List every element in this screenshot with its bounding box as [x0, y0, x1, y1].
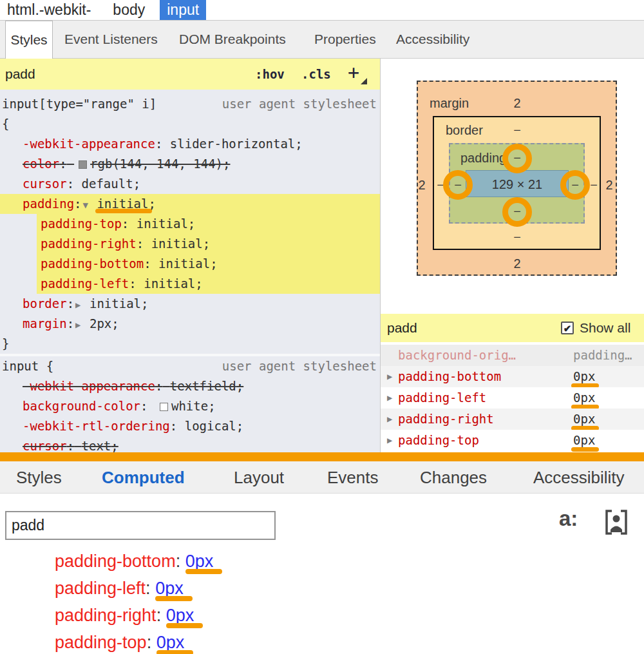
bottom-tab-accessibility[interactable]: Accessibility	[533, 461, 625, 494]
font-rendering-icon[interactable]: a:	[559, 506, 578, 531]
styles-filter-input[interactable]: padd	[5, 59, 35, 90]
property-value[interactable]: initial	[90, 296, 141, 311]
semicolon: ;	[223, 157, 230, 171]
expand-arrow-icon[interactable]: ▶	[386, 366, 393, 387]
expand-arrow-icon[interactable]: ▶	[386, 430, 393, 451]
bottom-tab-events[interactable]: Events	[327, 461, 379, 494]
computed-property-value: 0px	[573, 387, 595, 409]
breadcrumb-item-body[interactable]: body	[106, 0, 152, 20]
element-classes-button[interactable]: .cls	[301, 59, 331, 90]
accessibility-person-icon[interactable]	[603, 508, 630, 540]
colon: :	[67, 177, 74, 191]
bottom-tab-layout[interactable]: Layout	[234, 461, 284, 494]
filtered-property-padding-left: padding-left: 0px	[55, 575, 213, 602]
property-value[interactable]: 0px	[185, 552, 214, 571]
rule-selector[interactable]: input[type="range" i]	[2, 97, 156, 111]
property-value[interactable]: 2px	[90, 316, 111, 331]
box-model-margin-top-value[interactable]: 2	[504, 96, 530, 110]
computed-search-input[interactable]	[5, 511, 276, 540]
computed-property-value: padding…	[573, 345, 632, 366]
property-name[interactable]: cursor	[23, 177, 67, 191]
bottom-tab-changes[interactable]: Changes	[420, 461, 487, 494]
declaration-webkit-rtl-ordering: -webkit-rtl-ordering: logical;	[0, 416, 380, 436]
breadcrumb-item-html-webkit[interactable]: html.-webkit-	[0, 0, 98, 20]
annotation-circle-padding-left	[443, 170, 473, 200]
computed-property-value: 0px	[573, 409, 595, 430]
property-name[interactable]: background-color	[23, 399, 140, 413]
property-value[interactable]: 0px	[156, 633, 185, 652]
property-name[interactable]: -webkit-rtl-ordering	[23, 419, 170, 433]
color-swatch[interactable]	[160, 403, 168, 411]
rule-selector[interactable]: input {	[2, 359, 53, 373]
property-name[interactable]: border	[23, 296, 67, 311]
stylesheet-origin: user agent stylesheet	[222, 356, 377, 376]
expand-arrow-icon[interactable]: ▶	[386, 409, 393, 430]
new-style-rule-dropdown-icon[interactable]	[361, 78, 367, 84]
property-name[interactable]: padding	[23, 197, 74, 211]
expand-arrow-icon[interactable]: ▶	[386, 387, 393, 409]
struck-declaration: color: rgb(144, 144, 144);	[23, 157, 230, 171]
css-rule-input: input {user agent stylesheet-webkit-appe…	[0, 356, 380, 453]
property-name[interactable]: padding-top	[41, 216, 122, 231]
property-name[interactable]: padding-left	[41, 276, 129, 291]
property-name[interactable]: padding-bottom	[41, 256, 144, 271]
filtered-property-padding-right: padding-right: 0px	[55, 602, 213, 629]
property-name[interactable]: cursor	[23, 439, 67, 453]
property-value[interactable]: initial	[158, 256, 210, 271]
breadcrumb-item-input[interactable]: input	[160, 0, 206, 20]
struck-declaration: cursor: text;	[23, 439, 118, 453]
property-name[interactable]: -webkit-appearance	[23, 379, 155, 393]
property-value[interactable]: 0px	[166, 606, 194, 625]
show-all-label[interactable]: Show all	[580, 314, 630, 342]
expand-arrow-icon[interactable]: ▶	[74, 300, 82, 310]
property-value[interactable]: white	[171, 399, 208, 413]
box-model-margin-label: margin	[430, 96, 469, 110]
collapse-arrow-icon[interactable]: ▼	[82, 200, 90, 210]
computed-row-background-orig: background-orig…padding…	[381, 345, 644, 366]
bottom-tab-computed[interactable]: Computed	[102, 461, 185, 494]
colon: :	[129, 276, 136, 291]
tab-properties[interactable]: Properties	[314, 21, 376, 58]
bottom-tab-styles[interactable]: Styles	[16, 461, 62, 494]
box-model-border-top-value[interactable]: −	[504, 123, 530, 137]
toggle-hover-state-button[interactable]: :hov	[255, 59, 285, 90]
property-value[interactable]: textfield	[170, 379, 236, 393]
property-value[interactable]: initial	[144, 276, 195, 291]
property-value[interactable]: initial	[137, 216, 188, 231]
property-value[interactable]: slider-horizontal	[170, 137, 295, 151]
box-model-margin-right-value[interactable]: 2	[596, 178, 622, 192]
expand-arrow-icon[interactable]: ▶	[74, 320, 82, 330]
property-name[interactable]: color	[23, 157, 59, 171]
tab-styles[interactable]: Styles	[5, 21, 53, 59]
property-name[interactable]: margin	[23, 316, 67, 331]
tab-dom-breakpoints[interactable]: DOM Breakpoints	[179, 21, 286, 58]
property-value[interactable]: initial	[97, 197, 148, 211]
tab-event-listeners[interactable]: Event Listeners	[64, 21, 158, 58]
box-model-border-bottom-value[interactable]: −	[504, 230, 530, 244]
property-value[interactable]: 0px	[155, 579, 184, 598]
property-value[interactable]: initial	[151, 236, 203, 251]
property-name[interactable]: padding-right	[41, 236, 137, 251]
colon: :	[147, 633, 156, 652]
open-brace: {	[0, 114, 380, 134]
property-value[interactable]: default	[82, 177, 133, 191]
show-all-checkbox[interactable]	[561, 322, 574, 334]
filtered-property-padding-bottom: padding-bottom: 0px	[55, 548, 213, 575]
box-model-border-label: border	[446, 123, 483, 137]
colon: :	[122, 216, 129, 231]
computed-property-value: 0px	[573, 430, 595, 451]
new-style-rule-button[interactable]: +	[348, 59, 359, 87]
computed-filtered-properties: padding-bottom: 0pxpadding-left: 0pxpadd…	[55, 548, 213, 654]
property-value[interactable]: logical	[185, 419, 236, 433]
bottom-panel-tabs: StylesComputedLayoutEventsChangesAccessi…	[0, 461, 644, 494]
property-value[interactable]: rgb(144, 144, 144)	[90, 157, 223, 171]
box-model-margin-bottom-value[interactable]: 2	[504, 256, 530, 271]
computed-filter-input[interactable]: padd	[387, 314, 417, 342]
tab-accessibility[interactable]: Accessibility	[396, 21, 469, 58]
box-model-content-size[interactable]: 129 × 21	[466, 170, 569, 197]
color-swatch[interactable]	[79, 160, 87, 169]
property-name[interactable]: -webkit-appearance	[23, 137, 155, 151]
colon: :	[170, 419, 177, 433]
property-value[interactable]: text	[82, 439, 111, 453]
property-name: padding-top	[55, 633, 147, 652]
